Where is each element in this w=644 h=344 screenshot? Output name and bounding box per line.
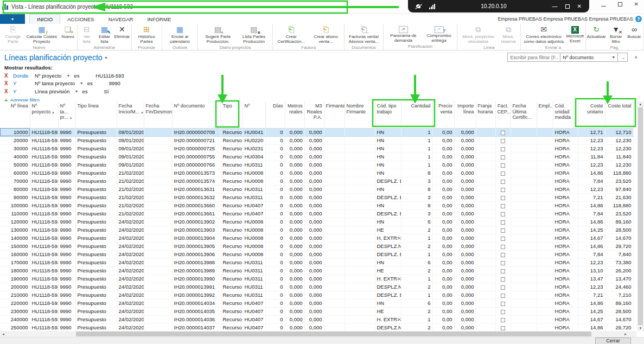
table-row[interactable]: 180000HU1118-5939990Presupuesto24/02/202… [0,266,633,275]
column-header-no[interactable]: Nº [243,101,265,128]
new-button[interactable]: ❏✦Nuevo [60,24,75,40]
column-header-no-linea[interactable]: Nº línea [0,101,30,128]
column-header-no-tarea-proyecto[interactable]: Nº ta... pr...▲ [58,101,75,128]
edit-list-button[interactable]: ▦✎Editar lista [95,24,113,44]
table-row[interactable]: 200000HU1118-5939990Presupuesto24/02/202… [0,283,633,291]
filter-value[interactable]: HU1118-593 [95,73,124,79]
fact-cep-checkbox[interactable] [501,253,505,257]
remove-filter-icon[interactable]: X [4,88,13,94]
help-icon[interactable]: ? [635,16,642,22]
apply-filter-button[interactable]: → [618,53,628,62]
filter-connector[interactable]: Y [13,80,35,86]
table-row[interactable]: 30000HU1118-5939990Presupuesto09/01/2020… [0,144,633,152]
table-row[interactable]: 240000HU1118-5939990Presupuesto24/02/202… [0,315,633,323]
column-header-m3-reales[interactable]: M3 Reales P.A. [304,101,324,128]
table-row[interactable]: 170000HU1118-5939990Presupuesto24/02/202… [0,258,633,266]
table-row[interactable]: 110000HU1118-5939990Presupuesto21/02/202… [0,209,633,218]
fact-cep-checkbox[interactable] [501,277,505,282]
fact-cep-checkbox[interactable] [501,196,505,200]
fact-cep-checkbox[interactable] [501,294,505,298]
fact-cep-checkbox[interactable] [501,163,505,168]
report-history-button[interactable]: ⊞Histórico Partes [133,24,160,44]
demand-overview-button[interactable]: ↗Panorama de demanda [385,24,422,43]
horizontal-scroll-thumb[interactable] [76,332,591,336]
fact-cep-checkbox[interactable] [501,237,505,241]
page-title-caret-icon[interactable]: ▾ [105,55,107,60]
column-header-coste-total[interactable]: Coste total [605,101,633,128]
column-header-importe-linea[interactable]: Importe línea [454,101,476,128]
fact-cep-checkbox[interactable] [501,155,505,160]
chevron-down-icon[interactable]: ▼ [74,90,78,93]
fact-cep-checkbox[interactable] [501,326,505,330]
app-menu-button[interactable]: ▼ [0,14,25,24]
vertical-scrollbar[interactable]: ▲ ▼ [637,101,644,331]
search-button[interactable]: ∞Buscar [627,24,642,40]
fact-cep-checkbox[interactable] [501,180,505,184]
fact-cep-checkbox[interactable] [501,204,505,208]
fact-cep-checkbox[interactable] [501,131,505,135]
table-row[interactable]: 250000HU1118-5939990Presupuesto24/02/202… [0,323,633,331]
remove-filter-icon[interactable]: X [4,80,13,86]
sales-invoices-credit-memos-button[interactable]: ⎗←Facturas venta/ Abonos venta... [346,24,381,44]
column-header-nombre-firmante[interactable]: Nombre Firmante [345,101,375,128]
column-header-fact-cep[interactable]: Fact. CEP... [495,101,511,128]
fact-cep-checkbox[interactable] [501,302,505,306]
horizontal-scrollbar[interactable]: ◂ ▸ [0,331,636,337]
fact-cep-checkbox[interactable] [501,212,505,216]
fact-cep-checkbox[interactable] [501,318,505,322]
rdp-close-icon[interactable]: ✕ [577,4,582,9]
calculate-project-costs-button[interactable]: ▦ƒCalcular Costes Proyecto [24,24,59,44]
table-row[interactable]: 20000HU1118-5939990Presupuesto09/01/2020… [0,136,633,144]
scroll-left-icon[interactable]: ◂ [0,331,7,337]
table-row[interactable]: 120000HU1118-5939990Presupuesto24/02/202… [0,218,633,226]
scroll-right-icon[interactable]: ▸ [622,331,629,337]
table-row[interactable]: 230000HU1118-5939990Presupuesto24/02/202… [0,307,633,315]
vertical-scroll-thumb[interactable] [638,107,643,325]
email-as-attachment-button[interactable]: ✉Correo electrónico como datos adjuntos [522,24,565,44]
fact-cep-checkbox[interactable] [501,139,505,143]
tab-informe[interactable]: INFORME [140,14,178,24]
filter-field[interactable]: Nº tarea proyecto [35,80,75,86]
filter-value[interactable]: 9990 [109,80,120,86]
table-row[interactable]: 210000HU1118-5939990Presupuesto24/02/202… [0,291,633,299]
chevron-down-icon[interactable]: ▼ [66,74,70,78]
create-certification-button[interactable]: ⎗Crear Certificación... [275,24,308,44]
fact-cep-checkbox[interactable] [501,269,505,273]
table-row[interactable]: 50000HU1118-5939990Presupuesto09/01/2020… [0,161,633,169]
production-reports-list-button[interactable]: ▤aLista Partes Producción [237,24,271,44]
collapse-pane-icon[interactable]: ∧ [634,55,637,60]
tab-acciones[interactable]: ACCIONES [60,14,101,24]
close-button[interactable]: Cerrar [595,337,631,344]
table-row[interactable]: 10000HU1118-5939990Presupuesto09/01/2020… [0,128,633,136]
table-row[interactable]: 140000HU1118-5939990Presupuesto24/02/202… [0,234,633,242]
table-row[interactable]: 160000HU1118-5939990Presupuesto24/02/202… [0,250,633,258]
fact-cep-checkbox[interactable] [501,147,505,151]
table-row[interactable]: 220000HU1118-5939990Presupuesto24/02/202… [0,299,633,307]
table-row[interactable]: 80000HU1118-5939990Presupuesto21/02/2020… [0,185,633,193]
table-row[interactable]: 70000HU1118-5939990Presupuesto21/02/2020… [0,177,633,185]
clear-filter-button[interactable]: ▼✕Borrar filtro [606,24,626,44]
chevron-down-icon[interactable]: ▼ [80,81,84,85]
refresh-button[interactable]: ↻Actualizar [588,24,605,40]
window-close-icon[interactable]: ✕ [634,2,639,7]
window-restore-icon[interactable] [618,2,622,7]
table-row[interactable]: 60000HU1118-5939990Presupuesto21/02/2020… [0,169,633,177]
column-header-coste-unitario[interactable]: Coste unitario [578,101,605,128]
column-header-metros-reales[interactable]: Metros reales [285,101,304,128]
fact-cep-checkbox[interactable] [501,285,505,290]
order-promising-button[interactable]: ↗?Compromiso entrega [423,24,455,43]
send-to-calendar-button[interactable]: ▦Enviar al calendario [164,24,196,44]
column-header-franja-horaria[interactable]: Franja horaria [476,101,495,128]
filter-field[interactable]: Línea previsión [35,88,69,94]
column-header-tipo[interactable]: Tipo [221,101,243,128]
fact-cep-checkbox[interactable] [501,228,505,233]
column-header-empl[interactable]: Empl... [537,101,553,128]
column-header-fecha-fin[interactable]: Fecha Fin/Desmon... [144,101,172,128]
tab-inicio[interactable]: INICIO [29,14,60,24]
microsoft-excel-button[interactable]: XMicrosoft Excel [566,24,584,44]
column-header-cod-tipo-trabajo[interactable]: Cód. tipo trabajo [375,101,401,128]
notifications-muted-icon[interactable] [416,4,422,9]
suggest-production-report-button[interactable]: ▤＋Sugerir Parte Produccion. [200,24,236,44]
quick-filter-input[interactable] [507,53,560,62]
table-row[interactable]: 190000HU1118-5939990Presupuesto24/02/202… [0,275,633,283]
